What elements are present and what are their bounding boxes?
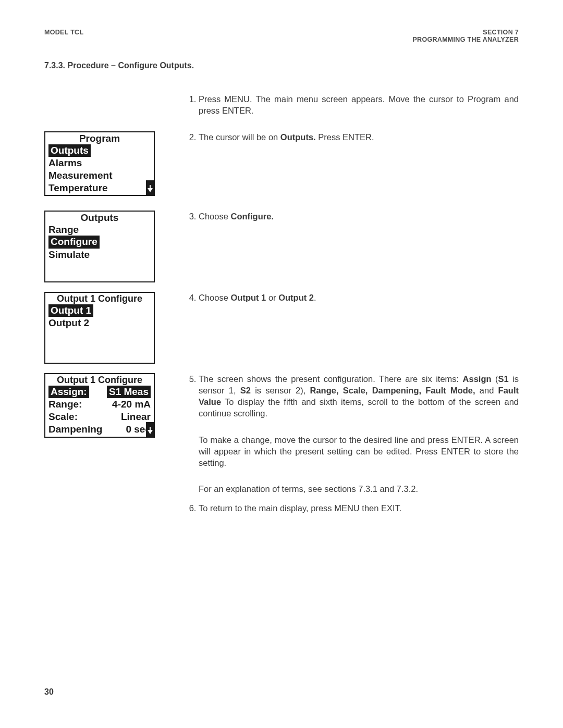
step-3-row: Outputs Range Configure Simulate Choose … (44, 211, 519, 296)
scroll-indicator (146, 180, 154, 195)
step-2-row: Program Outputs Alarms Measurement Tempe… (44, 131, 519, 209)
t: ( (492, 374, 498, 384)
step-3-bold: Configure. (230, 212, 274, 221)
t: S2 (240, 386, 251, 395)
cfg-row-scale: Scale: Linear (45, 411, 154, 423)
step-1-row: Press MENU. The main menu screen appears… (44, 93, 519, 117)
menu-item-alarms: Alarms (45, 157, 154, 169)
cfg-row-range: Range: 4-20 mA (45, 398, 154, 411)
screen-output1-configure: Output 1 Configure Assign: S1 Meas Range… (44, 373, 155, 438)
t: To display the fifth and sixth items, sc… (199, 397, 519, 418)
menu-item-label: Simulate (48, 249, 90, 261)
screen-out1cfg-title: Output 1 Configure (45, 293, 154, 304)
header-left: MODEL TCL (44, 29, 83, 43)
menu-item-outputs: Outputs (45, 144, 154, 157)
step-5: The screen shows the present configurati… (199, 373, 519, 495)
menu-item-label: Alarms (48, 157, 82, 169)
step-4: Choose Output 1 or Output 2. (199, 292, 519, 303)
t: Assign (463, 374, 492, 384)
step-5-para2: To make a change, move the cursor to the… (199, 434, 519, 469)
step-5-para3: For an explanation of terms, see section… (199, 483, 519, 495)
header-subtitle: PROGRAMMING THE ANALYZER (412, 36, 519, 43)
menu-item-output1: Output 1 (45, 304, 154, 317)
t: is sensor 2), (251, 386, 310, 395)
menu-item-measurement: Measurement (45, 169, 154, 182)
cfg-row-dampening: Dampening 0 sec (45, 423, 154, 436)
step-6: To return to the main display, press MEN… (199, 502, 519, 514)
step-5-text: The screen shows the present configurati… (199, 374, 519, 418)
cfg-value: S1 Meas (107, 386, 151, 399)
arrow-down-icon (148, 430, 153, 434)
step-4-text-a: Choose (199, 293, 230, 302)
t: S1 (498, 374, 509, 384)
cfg-value: Linear (121, 411, 151, 423)
step-1-text: Press MENU. The main menu screen appears… (199, 94, 519, 115)
arrow-down-icon (148, 188, 153, 192)
step-3-text-a: Choose (199, 212, 230, 221)
step-4-text-e: . (314, 293, 316, 302)
step-1: Press MENU. The main menu screen appears… (199, 93, 519, 117)
step-4-row: Output 1 Configure Output 1 Output 2 Cho… (44, 292, 519, 377)
screen-output1-configure-select: Output 1 Configure Output 1 Output 2 (44, 292, 155, 364)
step-3: Choose Configure. (199, 211, 519, 222)
cfg-row-assign: Assign: S1 Meas (45, 386, 154, 399)
menu-item-label: Output 1 (48, 304, 93, 317)
cfg-label: Scale: (48, 411, 78, 423)
screen-program-title: Program (45, 132, 154, 144)
step-4-bold-1: Output 1 (230, 293, 266, 302)
screen-outputs-title: Outputs (45, 212, 154, 224)
step-2: The cursor will be on Outputs. Press ENT… (199, 131, 519, 143)
step-6-text: To return to the main display, press MEN… (199, 503, 401, 513)
step-2-text-c: Press ENTER. (316, 132, 374, 142)
menu-item-label: Output 2 (48, 317, 89, 329)
menu-item-label: Measurement (48, 169, 113, 182)
header-right: SECTION 7 PROGRAMMING THE ANALYZER (412, 29, 519, 43)
step-2-text-a: The cursor will be on (199, 132, 280, 142)
step-5-row: Output 1 Configure Assign: S1 Meas Range… (44, 373, 519, 495)
menu-item-label: Temperature (48, 182, 108, 194)
menu-item-label: Outputs (48, 144, 91, 157)
header-section: SECTION 7 (412, 29, 519, 36)
menu-item-configure: Configure (45, 236, 154, 249)
t: and (475, 386, 498, 395)
menu-item-simulate: Simulate (45, 249, 154, 261)
step-4-text-c: or (266, 293, 278, 302)
cfg-label: Dampening (48, 423, 102, 436)
screen-out1cfg-title2: Output 1 Configure (45, 374, 154, 386)
menu-item-label: Configure (48, 236, 100, 249)
page: MODEL TCL SECTION 7 PROGRAMMING THE ANAL… (0, 0, 563, 728)
page-header: MODEL TCL SECTION 7 PROGRAMMING THE ANAL… (44, 29, 519, 43)
menu-item-range: Range (45, 224, 154, 236)
menu-item-temperature: Temperature (45, 182, 154, 194)
menu-item-output2: Output 2 (45, 317, 154, 329)
section-title: 7.3.3. Procedure – Configure Outputs. (44, 61, 519, 70)
step-6-row: To return to the main display, press MEN… (44, 502, 519, 514)
cfg-label: Assign: (48, 386, 89, 399)
step-4-bold-2: Output 2 (278, 293, 314, 302)
t: The screen shows the present configurati… (199, 374, 463, 384)
menu-item-label: Range (48, 224, 79, 236)
step-2-bold: Outputs. (280, 132, 316, 142)
cfg-label: Range: (48, 398, 82, 411)
t: Range, Scale, Dampening, Fault Mode, (310, 386, 475, 395)
screen-outputs: Outputs Range Configure Simulate (44, 211, 155, 282)
scroll-indicator (146, 422, 154, 437)
page-number: 30 (44, 687, 54, 697)
cfg-value: 4-20 mA (112, 398, 151, 411)
screen-program: Program Outputs Alarms Measurement Tempe… (44, 131, 155, 196)
